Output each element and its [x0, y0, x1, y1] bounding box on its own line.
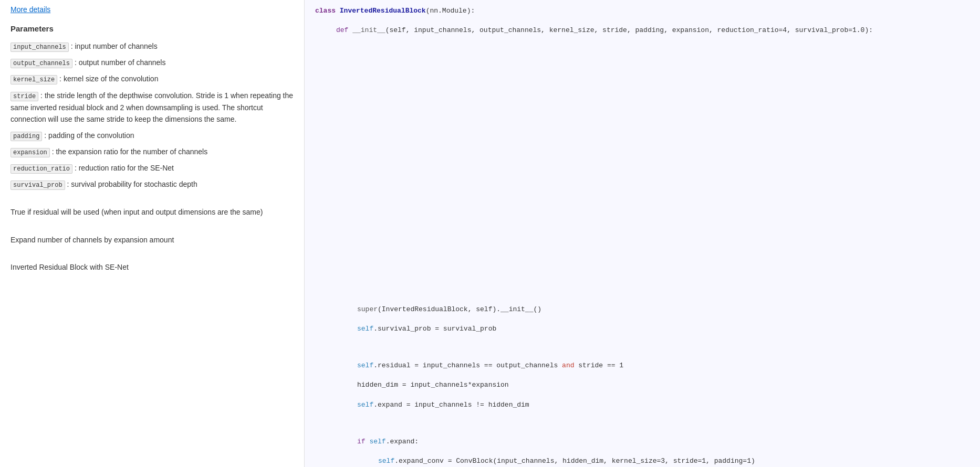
- param-desc-kernel-size: : kernel size of the convolution: [59, 75, 158, 83]
- code-line-2: def __init__(self, input_channels, outpu…: [315, 25, 969, 36]
- code-line-expand-conv: self.expand_conv = ConvBlock(input_chann…: [315, 455, 969, 467]
- param-name-input-channels: input_channels: [11, 43, 69, 52]
- param-desc-padding: : padding of the convolution: [44, 131, 134, 140]
- param-desc-stride: : the stride length of the depthwise con…: [11, 91, 293, 124]
- param-input-channels: input_channels : input number of channel…: [11, 40, 294, 52]
- comment-se-net: Inverted Residual Block with SE-Net: [11, 261, 294, 273]
- param-survival-prob: survival_prob : survival probability for…: [11, 178, 294, 190]
- code-spacer-12: [315, 235, 969, 244]
- comment-expand: Expand number of channels by expansion a…: [11, 234, 294, 246]
- param-kernel-size: kernel_size : kernel size of the convolu…: [11, 73, 294, 85]
- code-spacer-15: [315, 286, 969, 296]
- param-name-reduction-ratio: reduction_ratio: [11, 164, 72, 174]
- right-panel: class InvertedResidualBlock(nn.Module): …: [305, 0, 980, 467]
- param-name-survival-prob: survival_prob: [11, 181, 65, 190]
- param-output-channels: output_channels : output number of chann…: [11, 57, 294, 69]
- code-line-survival: self.survival_prob = survival_prob: [315, 323, 969, 335]
- param-expansion: expansion : the expansion ratio for the …: [11, 146, 294, 158]
- param-name-kernel-size: kernel_size: [11, 75, 57, 84]
- code-spacer-17: [315, 419, 969, 428]
- code-spacer-3: [315, 79, 969, 88]
- params-title: Parameters: [11, 24, 294, 33]
- param-desc-reduction-ratio: : reduction ratio for the SE-Net: [75, 164, 174, 172]
- code-spacer-14: [315, 269, 969, 279]
- code-spacer-4: [315, 96, 969, 105]
- code-spacer-16: [315, 343, 969, 352]
- code-spacer-13: [315, 252, 969, 261]
- param-desc-survival-prob: : survival probability for stochastic de…: [67, 180, 197, 188]
- code-line-expand: self.expand = input_channels != hidden_d…: [315, 399, 969, 411]
- param-reduction-ratio: reduction_ratio : reduction ratio for th…: [11, 162, 294, 174]
- code-line-if-expand: if self.expand:: [315, 436, 969, 448]
- param-desc-input-channels: : input number of channels: [71, 42, 158, 50]
- code-line-1: class InvertedResidualBlock(nn.Module):: [315, 5, 969, 17]
- param-name-padding: padding: [11, 132, 42, 141]
- param-desc-output-channels: : output number of channels: [75, 58, 166, 67]
- param-padding: padding : padding of the convolution: [11, 130, 294, 142]
- code-spacer-10: [315, 200, 969, 209]
- param-name-expansion: expansion: [11, 148, 50, 157]
- code-line-residual: self.residual = input_channels == output…: [315, 360, 969, 372]
- param-name-output-channels: output_channels: [11, 59, 72, 68]
- param-stride: stride : the stride length of the depthw…: [11, 90, 294, 125]
- left-panel: More details Parameters input_channels :…: [0, 0, 305, 467]
- comment-residual: True if residual will be used (when inpu…: [11, 206, 294, 218]
- code-spacer-6: [315, 131, 969, 140]
- param-desc-expansion: : the expansion ratio for the number of …: [52, 147, 208, 156]
- code-spacer-9: [315, 183, 969, 192]
- code-line-super: super(InvertedResidualBlock, self).__ini…: [315, 304, 969, 315]
- code-spacer-1: [315, 44, 969, 54]
- code-spacer-11: [315, 217, 969, 227]
- code-spacer-7: [315, 148, 969, 157]
- code-spacer-8: [315, 165, 969, 175]
- param-name-stride: stride: [11, 92, 38, 101]
- code-spacer-5: [315, 113, 969, 123]
- code-line-hidden: hidden_dim = input_channels*expansion: [315, 379, 969, 391]
- more-details-link[interactable]: More details: [11, 5, 50, 14]
- code-spacer-2: [315, 61, 969, 71]
